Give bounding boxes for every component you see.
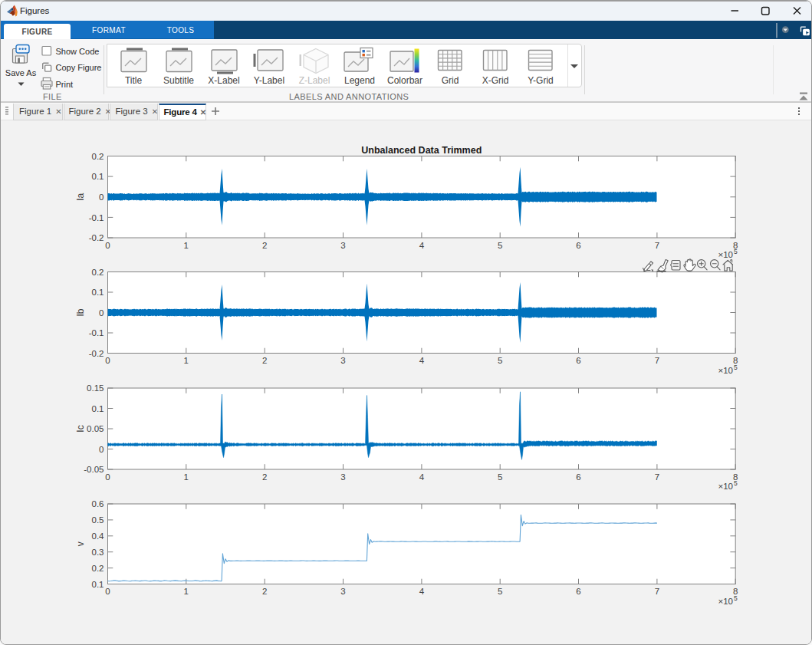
svg-text:Save As: Save As: [5, 68, 37, 77]
svg-text:Copy Figure: Copy Figure: [56, 63, 102, 72]
svg-text:Show Code: Show Code: [56, 46, 100, 55]
svg-text:Print: Print: [56, 79, 74, 88]
